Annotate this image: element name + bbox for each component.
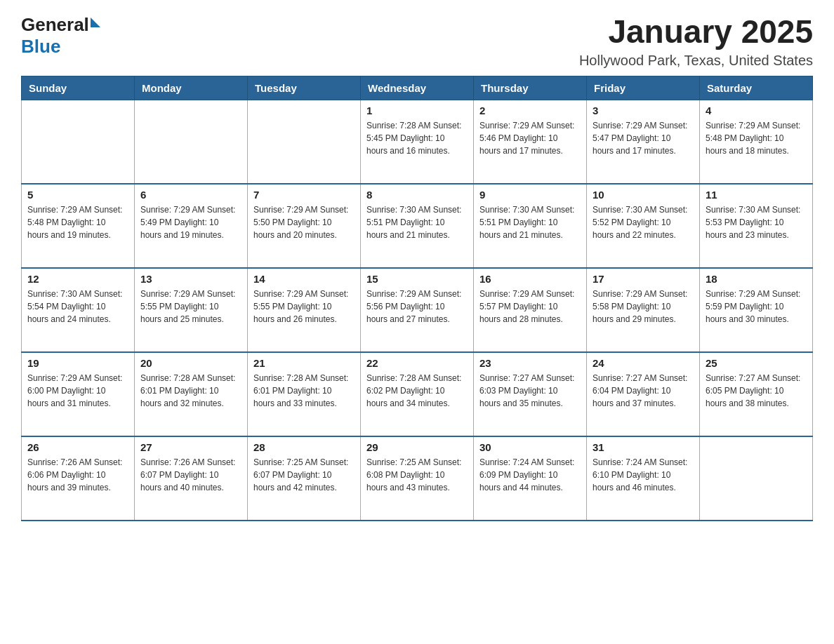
- calendar-cell: 25Sunrise: 7:27 AM Sunset: 6:05 PM Dayli…: [700, 352, 813, 436]
- day-number: 16: [479, 273, 581, 285]
- calendar-cell: 28Sunrise: 7:25 AM Sunset: 6:07 PM Dayli…: [248, 436, 361, 521]
- calendar-header-friday: Friday: [587, 76, 700, 100]
- day-number: 1: [366, 105, 468, 116]
- day-info: Sunrise: 7:26 AM Sunset: 6:07 PM Dayligh…: [140, 456, 241, 494]
- calendar-cell: 15Sunrise: 7:29 AM Sunset: 5:56 PM Dayli…: [361, 268, 474, 352]
- calendar-cell: 18Sunrise: 7:29 AM Sunset: 5:59 PM Dayli…: [700, 268, 813, 352]
- calendar-cell: 24Sunrise: 7:27 AM Sunset: 6:04 PM Dayli…: [587, 352, 700, 436]
- day-info: Sunrise: 7:29 AM Sunset: 5:48 PM Dayligh…: [706, 119, 807, 157]
- day-info: Sunrise: 7:29 AM Sunset: 5:58 PM Dayligh…: [593, 288, 694, 326]
- day-info: Sunrise: 7:29 AM Sunset: 5:47 PM Dayligh…: [593, 119, 694, 157]
- calendar-week-row: 19Sunrise: 7:29 AM Sunset: 6:00 PM Dayli…: [22, 352, 813, 436]
- day-number: 8: [366, 189, 468, 201]
- calendar-header-monday: Monday: [135, 76, 248, 100]
- calendar-cell: [22, 100, 135, 184]
- day-number: 5: [27, 189, 128, 201]
- calendar-cell: 8Sunrise: 7:30 AM Sunset: 5:51 PM Daylig…: [361, 184, 474, 268]
- calendar-cell: 29Sunrise: 7:25 AM Sunset: 6:08 PM Dayli…: [361, 436, 474, 521]
- calendar-cell: 30Sunrise: 7:24 AM Sunset: 6:09 PM Dayli…: [474, 436, 587, 521]
- day-info: Sunrise: 7:29 AM Sunset: 5:48 PM Dayligh…: [27, 203, 128, 241]
- calendar-cell: 22Sunrise: 7:28 AM Sunset: 6:02 PM Dayli…: [361, 352, 474, 436]
- day-number: 24: [593, 357, 694, 369]
- day-info: Sunrise: 7:26 AM Sunset: 6:06 PM Dayligh…: [27, 456, 128, 494]
- calendar-cell: 9Sunrise: 7:30 AM Sunset: 5:51 PM Daylig…: [474, 184, 587, 268]
- calendar-cell: 20Sunrise: 7:28 AM Sunset: 6:01 PM Dayli…: [135, 352, 248, 436]
- day-number: 14: [253, 273, 355, 285]
- day-number: 6: [140, 189, 241, 201]
- day-number: 12: [27, 273, 128, 285]
- day-info: Sunrise: 7:28 AM Sunset: 6:01 PM Dayligh…: [140, 372, 241, 410]
- calendar-header-thursday: Thursday: [474, 76, 587, 100]
- day-info: Sunrise: 7:30 AM Sunset: 5:51 PM Dayligh…: [479, 203, 581, 241]
- calendar-cell: 27Sunrise: 7:26 AM Sunset: 6:07 PM Dayli…: [135, 436, 248, 521]
- day-info: Sunrise: 7:28 AM Sunset: 6:02 PM Dayligh…: [366, 372, 468, 410]
- logo-blue-text: Blue: [21, 36, 60, 58]
- day-number: 27: [140, 441, 241, 453]
- title-block: January 2025 Hollywood Park, Texas, Unit…: [579, 14, 813, 69]
- calendar-cell: 1Sunrise: 7:28 AM Sunset: 5:45 PM Daylig…: [361, 100, 474, 184]
- logo: General Blue: [21, 14, 100, 58]
- day-info: Sunrise: 7:29 AM Sunset: 5:59 PM Dayligh…: [706, 288, 807, 326]
- day-number: 25: [706, 357, 807, 369]
- day-info: Sunrise: 7:28 AM Sunset: 5:45 PM Dayligh…: [366, 119, 468, 157]
- calendar-week-row: 26Sunrise: 7:26 AM Sunset: 6:06 PM Dayli…: [22, 436, 813, 521]
- day-info: Sunrise: 7:30 AM Sunset: 5:51 PM Dayligh…: [366, 203, 468, 241]
- calendar-cell: 14Sunrise: 7:29 AM Sunset: 5:55 PM Dayli…: [248, 268, 361, 352]
- calendar-week-row: 12Sunrise: 7:30 AM Sunset: 5:54 PM Dayli…: [22, 268, 813, 352]
- day-info: Sunrise: 7:27 AM Sunset: 6:04 PM Dayligh…: [593, 372, 694, 410]
- day-number: 2: [479, 105, 581, 116]
- day-number: 28: [253, 441, 355, 453]
- day-number: 26: [27, 441, 128, 453]
- calendar-cell: 16Sunrise: 7:29 AM Sunset: 5:57 PM Dayli…: [474, 268, 587, 352]
- calendar-header-row: SundayMondayTuesdayWednesdayThursdayFrid…: [22, 76, 813, 100]
- calendar-header-wednesday: Wednesday: [361, 76, 474, 100]
- page-title: January 2025: [579, 14, 813, 50]
- day-info: Sunrise: 7:25 AM Sunset: 6:08 PM Dayligh…: [366, 456, 468, 494]
- day-info: Sunrise: 7:29 AM Sunset: 5:56 PM Dayligh…: [366, 288, 468, 326]
- logo-arrow-icon: [91, 18, 100, 27]
- day-info: Sunrise: 7:24 AM Sunset: 6:10 PM Dayligh…: [593, 456, 694, 494]
- day-info: Sunrise: 7:29 AM Sunset: 5:46 PM Dayligh…: [479, 119, 581, 157]
- calendar-cell: 23Sunrise: 7:27 AM Sunset: 6:03 PM Dayli…: [474, 352, 587, 436]
- day-info: Sunrise: 7:29 AM Sunset: 5:55 PM Dayligh…: [140, 288, 241, 326]
- day-info: Sunrise: 7:30 AM Sunset: 5:52 PM Dayligh…: [593, 203, 694, 241]
- day-info: Sunrise: 7:29 AM Sunset: 5:49 PM Dayligh…: [140, 203, 241, 241]
- day-info: Sunrise: 7:30 AM Sunset: 5:54 PM Dayligh…: [27, 288, 128, 326]
- calendar-cell: 26Sunrise: 7:26 AM Sunset: 6:06 PM Dayli…: [22, 436, 135, 521]
- page-header: General Blue January 2025 Hollywood Park…: [21, 14, 813, 69]
- calendar-cell: 17Sunrise: 7:29 AM Sunset: 5:58 PM Dayli…: [587, 268, 700, 352]
- day-number: 4: [706, 105, 807, 116]
- page-subtitle: Hollywood Park, Texas, United States: [579, 53, 813, 69]
- calendar-cell: 4Sunrise: 7:29 AM Sunset: 5:48 PM Daylig…: [700, 100, 813, 184]
- calendar-cell: 13Sunrise: 7:29 AM Sunset: 5:55 PM Dayli…: [135, 268, 248, 352]
- day-number: 29: [366, 441, 468, 453]
- day-number: 13: [140, 273, 241, 285]
- day-number: 31: [593, 441, 694, 453]
- day-info: Sunrise: 7:29 AM Sunset: 5:50 PM Dayligh…: [253, 203, 355, 241]
- day-info: Sunrise: 7:30 AM Sunset: 5:53 PM Dayligh…: [706, 203, 807, 241]
- calendar-header-saturday: Saturday: [700, 76, 813, 100]
- calendar-cell: 21Sunrise: 7:28 AM Sunset: 6:01 PM Dayli…: [248, 352, 361, 436]
- calendar-table: SundayMondayTuesdayWednesdayThursdayFrid…: [21, 76, 813, 522]
- calendar-week-row: 5Sunrise: 7:29 AM Sunset: 5:48 PM Daylig…: [22, 184, 813, 268]
- day-number: 17: [593, 273, 694, 285]
- day-number: 3: [593, 105, 694, 116]
- calendar-cell: 6Sunrise: 7:29 AM Sunset: 5:49 PM Daylig…: [135, 184, 248, 268]
- day-number: 22: [366, 357, 468, 369]
- day-number: 10: [593, 189, 694, 201]
- calendar-cell: 31Sunrise: 7:24 AM Sunset: 6:10 PM Dayli…: [587, 436, 700, 521]
- calendar-cell: 2Sunrise: 7:29 AM Sunset: 5:46 PM Daylig…: [474, 100, 587, 184]
- day-info: Sunrise: 7:29 AM Sunset: 6:00 PM Dayligh…: [27, 372, 128, 410]
- logo-general-text: General: [21, 14, 89, 36]
- day-info: Sunrise: 7:29 AM Sunset: 5:57 PM Dayligh…: [479, 288, 581, 326]
- day-info: Sunrise: 7:24 AM Sunset: 6:09 PM Dayligh…: [479, 456, 581, 494]
- day-number: 19: [27, 357, 128, 369]
- calendar-cell: [135, 100, 248, 184]
- calendar-cell: 7Sunrise: 7:29 AM Sunset: 5:50 PM Daylig…: [248, 184, 361, 268]
- day-info: Sunrise: 7:27 AM Sunset: 6:05 PM Dayligh…: [706, 372, 807, 410]
- day-number: 21: [253, 357, 355, 369]
- calendar-week-row: 1Sunrise: 7:28 AM Sunset: 5:45 PM Daylig…: [22, 100, 813, 184]
- day-number: 18: [706, 273, 807, 285]
- calendar-cell: 19Sunrise: 7:29 AM Sunset: 6:00 PM Dayli…: [22, 352, 135, 436]
- calendar-cell: 11Sunrise: 7:30 AM Sunset: 5:53 PM Dayli…: [700, 184, 813, 268]
